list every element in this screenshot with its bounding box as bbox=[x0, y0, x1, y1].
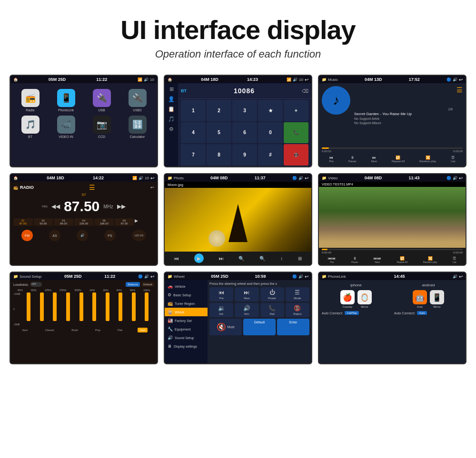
home-icon-ccd[interactable]: 📷 CCD bbox=[86, 116, 118, 138]
wheel-default-btn[interactable]: Default bbox=[243, 319, 276, 335]
dial-end[interactable]: 📵 bbox=[284, 144, 308, 166]
eq-slider-16khz[interactable] bbox=[141, 292, 153, 326]
sound-default-btn[interactable]: Default bbox=[141, 282, 154, 287]
wheel-btn-dial[interactable]: 📞Dial bbox=[260, 303, 284, 317]
wheel-menu-vehicle[interactable]: 🚗Vehicle bbox=[165, 282, 208, 291]
home-icon-phonelink[interactable]: 📱 PhoneLink bbox=[50, 89, 82, 112]
dial-star[interactable]: ★ bbox=[258, 100, 283, 121]
wheel-menu-sound[interactable]: 🔊Sound Setup bbox=[165, 333, 208, 342]
video-list-btn[interactable]: ☰List bbox=[453, 256, 456, 263]
eq-slider-60hz[interactable] bbox=[36, 292, 48, 326]
photo-play-btn[interactable]: ▶ bbox=[194, 253, 204, 263]
photo-back-icon[interactable]: ↩ bbox=[305, 175, 308, 181]
home-icon-usb2[interactable]: 🔌 USB2 bbox=[121, 89, 153, 112]
bt-sidebar-history[interactable]: 📋 bbox=[168, 106, 175, 112]
wheel-btn-next[interactable]: ⏭Next bbox=[235, 287, 258, 302]
bt-sidebar-dialpad[interactable]: ⊞ bbox=[169, 86, 174, 92]
wheel-btn-reject[interactable]: 📵Reject bbox=[286, 303, 309, 317]
wheel-menu-tuner[interactable]: 📻Tuner Region bbox=[165, 299, 208, 308]
music-menu-btn[interactable]: ☰ bbox=[456, 86, 463, 146]
wheel-enter-btn[interactable]: Enter bbox=[277, 319, 309, 335]
iphone-mirror-item[interactable]: 🪞 Mirror bbox=[357, 290, 372, 308]
music-random-btn[interactable]: 🔀Random play bbox=[419, 156, 436, 163]
photo-zoom-out-btn[interactable]: 🔍 bbox=[259, 256, 265, 261]
wheel-btn-pre[interactable]: ⏮Pre bbox=[209, 287, 233, 302]
radio-preset-6[interactable]: P6 87.50 bbox=[115, 218, 134, 226]
radio-preset-1[interactable]: P1 87.50 bbox=[13, 218, 33, 226]
dial-8[interactable]: 8 bbox=[207, 144, 231, 166]
phonelink-back-icon[interactable]: ↩ bbox=[459, 274, 463, 279]
video-pause-btn[interactable]: ⏸Pause bbox=[351, 256, 358, 263]
eq-slider-1khz[interactable] bbox=[89, 292, 100, 326]
dial-6[interactable]: 6 bbox=[232, 122, 257, 144]
music-repeat-btn[interactable]: 🔁Repeat All bbox=[392, 156, 405, 163]
sound-balance-btn[interactable]: Balance bbox=[126, 282, 140, 287]
video-random-btn[interactable]: 🔀Random play bbox=[423, 256, 437, 263]
android-auto-item[interactable]: 🤖 Auto bbox=[413, 290, 427, 308]
home-icon-bt[interactable]: 🎵 BT bbox=[14, 116, 46, 138]
home-icon-videoin[interactable]: 📹 VIDEO IN bbox=[50, 116, 82, 138]
music-pause-btn[interactable]: ⏸Pause bbox=[348, 156, 357, 163]
bt-delete-btn[interactable]: ⌫ bbox=[302, 88, 308, 94]
music-list-btn[interactable]: ☰List bbox=[451, 156, 455, 163]
music-back-icon[interactable]: ↩ bbox=[459, 77, 463, 82]
wheel-back-icon[interactable]: ↩ bbox=[305, 274, 308, 279]
video-next-btn[interactable]: ⏭⏭Next bbox=[374, 256, 381, 263]
sound-preset-jazz[interactable]: Jazz bbox=[20, 328, 30, 332]
sound-preset-pop[interactable]: Pop bbox=[93, 328, 102, 332]
sound-preset-rock[interactable]: Rock bbox=[69, 328, 80, 332]
eq-slider-250hz[interactable] bbox=[62, 292, 74, 326]
radio-header-back[interactable]: ↩ bbox=[150, 185, 154, 190]
home-icon-usb[interactable]: 🔌 USB bbox=[86, 89, 118, 112]
wheel-menu-basic[interactable]: ⚙Basic Setup bbox=[165, 291, 208, 299]
radio-back-icon[interactable]: ↩ bbox=[150, 175, 154, 181]
radio-eq-icon-btn[interactable]: 🔊 bbox=[77, 230, 88, 241]
wheel-btn-voldown[interactable]: 🔉Vol- bbox=[209, 303, 233, 317]
dial-hash[interactable]: # bbox=[258, 144, 283, 166]
photo-next-btn[interactable]: ⏭ bbox=[219, 256, 224, 261]
radio-locdx-btn[interactable]: LOC DX bbox=[132, 230, 146, 241]
video-back-icon[interactable]: ↩ bbox=[459, 175, 463, 181]
radio-preset-2[interactable]: P2 90.00 bbox=[34, 218, 53, 226]
home-icon-radio[interactable]: 📻 Radio bbox=[14, 89, 46, 112]
radio-eq-btn[interactable]: ☰ bbox=[89, 184, 95, 191]
eq-slider-4khz[interactable] bbox=[115, 292, 126, 326]
sound-preset-flat[interactable]: Flat bbox=[116, 328, 124, 332]
wheel-menu-equipment[interactable]: 🔧Equipment bbox=[165, 325, 208, 333]
dial-4[interactable]: 4 bbox=[181, 122, 206, 144]
music-pre-btn[interactable]: ⏮Pre bbox=[329, 156, 333, 163]
radio-fm-btn[interactable]: FM bbox=[21, 230, 33, 241]
photo-grid-btn[interactable]: ⊞ bbox=[298, 256, 302, 261]
eq-slider-8khz[interactable] bbox=[128, 292, 139, 326]
photo-prev-btn[interactable]: ⏮ bbox=[174, 256, 179, 261]
video-repeat-btn[interactable]: 🔁Repeat All bbox=[397, 256, 407, 263]
eq-slider-30hz[interactable] bbox=[23, 292, 35, 326]
home-icon-calc[interactable]: 🔢 Calculator bbox=[121, 116, 153, 138]
photo-zoom-in-btn[interactable]: 🔍 bbox=[238, 256, 244, 261]
iphone-carplay-item[interactable]: 🍎 Carplay bbox=[340, 290, 355, 308]
dial-3[interactable]: 3 bbox=[232, 100, 257, 121]
dial-9[interactable]: 9 bbox=[232, 144, 257, 166]
wheel-btn-volup[interactable]: 🔊Vol+ bbox=[235, 303, 258, 317]
radio-preset-4[interactable]: P4 106.00 bbox=[74, 218, 94, 226]
photo-rotate-btn[interactable]: ↕ bbox=[280, 256, 283, 261]
wheel-mute-btn[interactable]: 🔇Mute bbox=[209, 319, 242, 335]
video-prev-btn[interactable]: ⏮⏮Pre bbox=[328, 256, 336, 263]
wheel-menu-factory[interactable]: 🏭Factory Set bbox=[165, 316, 208, 325]
radio-preset-next[interactable]: ▶ bbox=[135, 218, 154, 226]
dial-call[interactable]: 📞 bbox=[284, 122, 308, 144]
bt-sidebar-music[interactable]: 🎵 bbox=[168, 116, 175, 122]
sound-preset-classic[interactable]: Classic bbox=[43, 328, 56, 332]
radio-preset-5[interactable]: P5 108.00 bbox=[94, 218, 114, 226]
radio-ps-btn[interactable]: PS bbox=[104, 230, 116, 241]
radio-next-btn[interactable]: ▶▶ bbox=[117, 203, 126, 210]
bt-back-icon[interactable]: ↩ bbox=[305, 77, 308, 82]
dial-1[interactable]: 1 bbox=[181, 100, 206, 121]
eq-slider-500hz[interactable] bbox=[76, 292, 87, 326]
sound-back-icon[interactable]: ↩ bbox=[150, 274, 154, 279]
bt-sidebar-settings[interactable]: ⚙ bbox=[169, 126, 174, 132]
sound-preset-user[interactable]: User bbox=[138, 328, 148, 332]
eq-slider-125hz[interactable] bbox=[50, 292, 61, 326]
wheel-btn-mode[interactable]: ☰Mode bbox=[286, 287, 309, 302]
radio-preset-3[interactable]: P3 98.00 bbox=[54, 218, 73, 226]
